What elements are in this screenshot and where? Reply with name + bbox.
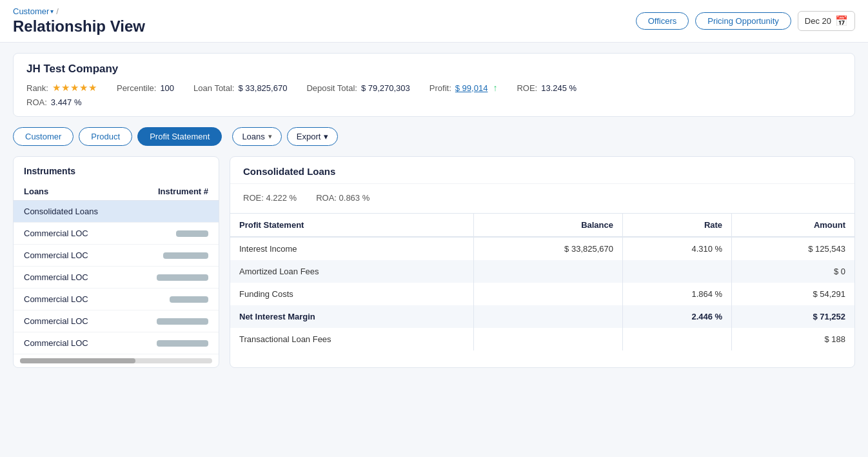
instrument-badge <box>176 230 208 237</box>
detail-roa: ROA: 0.863 % <box>316 193 370 203</box>
loan-total-metric: Loan Total: $ 33,825,670 <box>193 83 287 93</box>
details-header: Consolidated Loans <box>230 157 854 184</box>
instrument-badge <box>163 252 208 259</box>
officers-button[interactable]: Officers <box>636 12 689 30</box>
row-amount: $ 125,543 <box>732 237 854 260</box>
loan-total-label: Loan Total: <box>193 83 234 93</box>
instrument-badge <box>170 296 208 303</box>
row-rate: 2.446 % <box>623 305 732 328</box>
row-amount: $ 71,252 <box>732 305 854 328</box>
rank-metric: Rank: ★★★★★ <box>26 82 97 94</box>
instruments-title: Instruments <box>14 157 219 183</box>
percentile-metric: Percentile: 100 <box>117 83 174 93</box>
loans-dropdown[interactable]: Loans ▾ <box>232 127 281 146</box>
row-rate <box>623 328 732 350</box>
row-label: Interest Income <box>230 237 473 260</box>
table-row: Amortized Loan Fees $ 0 <box>230 260 854 283</box>
list-item[interactable]: Commercial LOC <box>14 267 219 289</box>
date-display[interactable]: Dec 20 📅 <box>798 11 855 31</box>
breadcrumb-separator: / <box>56 6 59 16</box>
instrument-name: Commercial LOC <box>24 316 157 326</box>
instrument-badge <box>157 274 208 281</box>
detail-roe: ROE: 4.222 % <box>243 193 297 203</box>
table-row: Net Interest Margin 2.446 % $ 71,252 <box>230 305 854 328</box>
date-label: Dec 20 <box>805 16 831 26</box>
profit-arrow: ↑ <box>493 83 497 93</box>
page-title: Relationship View <box>13 17 145 36</box>
stars: ★★★★★ <box>52 82 97 94</box>
deposit-total-metric: Deposit Total: $ 79,270,303 <box>306 83 409 93</box>
detail-roa-value: 0.863 % <box>339 193 370 203</box>
row-balance <box>473 305 622 328</box>
profit-value[interactable]: $ 99,014 <box>455 83 488 93</box>
table-row: Funding Costs 1.864 % $ 54,291 <box>230 283 854 305</box>
instrument-name: Commercial LOC <box>24 338 157 348</box>
deposit-total-label: Deposit Total: <box>306 83 357 93</box>
list-item[interactable]: Commercial LOC <box>14 310 219 332</box>
instrument-name: Commercial LOC <box>24 250 163 260</box>
row-amount: $ 54,291 <box>732 283 854 305</box>
breadcrumb: Customer ▾ / <box>13 6 145 16</box>
detail-roa-label: ROA: <box>316 193 337 203</box>
list-item[interactable]: Commercial LOC <box>14 289 219 310</box>
instruments-table-header: Loans Instrument # <box>14 183 219 201</box>
horizontal-scrollbar[interactable] <box>20 358 212 363</box>
instrument-badge <box>157 340 208 347</box>
row-amount: $ 0 <box>732 260 854 283</box>
roe-label: ROE: <box>517 83 537 93</box>
detail-roe-label: ROE: <box>243 193 264 203</box>
roe-metric: ROE: 13.245 % <box>517 83 577 93</box>
list-item[interactable]: Commercial LOC <box>14 223 219 245</box>
roe-roa-row: ROE: 4.222 % ROA: 0.863 % <box>230 184 854 209</box>
instruments-list: Consolidated Loans Commercial LOC Commer… <box>14 201 219 354</box>
detail-roe-value: 4.222 % <box>266 193 297 203</box>
list-item[interactable]: Commercial LOC <box>14 332 219 354</box>
row-rate <box>623 260 732 283</box>
top-actions: Officers Pricing Opportunity Dec 20 📅 <box>636 11 855 31</box>
company-name: JH Test Company <box>26 63 842 76</box>
rank-label: Rank: <box>26 83 48 93</box>
row-balance <box>473 328 622 350</box>
instruments-col1-header: Loans <box>24 187 144 196</box>
profit-metric: Profit: $ 99,014 ↑ <box>429 83 498 93</box>
chevron-down-icon: ▾ <box>268 132 272 141</box>
roe-value: 13.245 % <box>541 83 577 93</box>
chevron-down-icon: ▾ <box>50 8 54 15</box>
tab-customer[interactable]: Customer <box>13 127 74 146</box>
roa-label: ROA: <box>26 97 47 107</box>
percentile-value: 100 <box>160 83 174 93</box>
list-item[interactable]: Consolidated Loans <box>14 201 219 223</box>
roa-value: 3.447 % <box>51 97 82 107</box>
instrument-name: Commercial LOC <box>24 294 170 304</box>
loans-label: Loans <box>242 132 264 141</box>
content-area: Instruments Loans Instrument # Consolida… <box>13 156 855 368</box>
profit-table-container: Profit Statement Balance Rate Amount Int… <box>230 209 854 350</box>
chevron-down-icon: ▾ <box>324 132 328 141</box>
company-card: JH Test Company Rank: ★★★★★ Percentile: … <box>13 53 855 117</box>
percentile-label: Percentile: <box>117 83 156 93</box>
profit-label: Profit: <box>429 83 451 93</box>
col-rate: Rate <box>623 214 732 238</box>
export-button[interactable]: Export ▾ <box>287 127 339 146</box>
instruments-col2-header: Instrument # <box>144 187 208 196</box>
row-label: Transactional Loan Fees <box>230 328 473 350</box>
metrics-row: Rank: ★★★★★ Percentile: 100 Loan Total: … <box>26 82 842 94</box>
tabs-row: Customer Product Profit Statement Loans … <box>13 127 855 146</box>
row-balance <box>473 283 622 305</box>
row-balance <box>473 260 622 283</box>
list-item[interactable]: Commercial LOC <box>14 245 219 267</box>
pricing-opportunity-button[interactable]: Pricing Opportunity <box>695 12 791 30</box>
col-balance: Balance <box>473 214 622 238</box>
instrument-name: Consolidated Loans <box>24 207 208 216</box>
left-header: Customer ▾ / Relationship View <box>13 6 145 36</box>
breadcrumb-customer[interactable]: Customer ▾ <box>13 6 54 16</box>
calendar-icon: 📅 <box>835 15 848 27</box>
details-panel: Consolidated Loans ROE: 4.222 % ROA: 0.8… <box>230 156 855 368</box>
tab-profit-statement[interactable]: Profit Statement <box>137 127 222 146</box>
table-row: Transactional Loan Fees $ 188 <box>230 328 854 350</box>
row-rate: 4.310 % <box>623 237 732 260</box>
instrument-name: Commercial LOC <box>24 228 176 238</box>
instruments-panel: Instruments Loans Instrument # Consolida… <box>13 156 219 368</box>
tab-product[interactable]: Product <box>79 127 132 146</box>
loan-total-value: $ 33,825,670 <box>238 83 287 93</box>
